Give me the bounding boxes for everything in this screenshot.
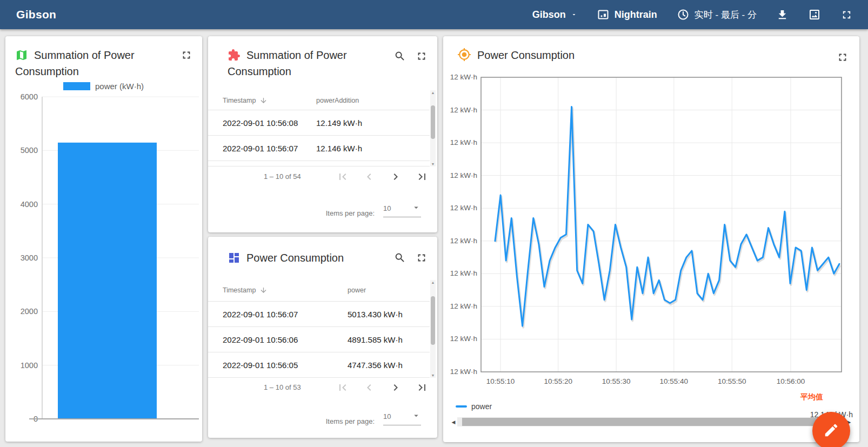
entity-select[interactable]: Gibson	[532, 9, 577, 21]
dashboard-tiles-icon	[228, 251, 241, 264]
bar-chart[interactable]: 0100020003000400050006000	[5, 36, 202, 442]
prev-page-button[interactable]	[363, 381, 376, 394]
table-header-row: Timestamp power	[208, 280, 430, 300]
fullscreen-icon	[840, 9, 853, 21]
widget-fullscreen-button[interactable]	[416, 252, 428, 264]
table-row[interactable]: 2022-09-01 10:56:07 12.146 kW·h	[208, 136, 430, 161]
chevron-down-icon	[411, 203, 421, 214]
first-page-button[interactable]	[336, 170, 349, 183]
svg-text:10:56:00: 10:56:00	[777, 377, 805, 385]
svg-text:12 kW·h: 12 kW·h	[450, 138, 477, 146]
svg-text:10:55:20: 10:55:20	[544, 377, 572, 385]
scrollbar-track[interactable]	[457, 417, 845, 426]
fullscreen-button[interactable]	[840, 9, 853, 21]
column-header-value[interactable]: power	[348, 286, 366, 294]
first-page-button[interactable]	[336, 381, 349, 394]
clock-icon	[677, 8, 690, 21]
cell-value: 12.149 kW·h	[316, 118, 362, 128]
cell-value: 5013.430 kW·h	[348, 310, 403, 319]
scroll-left-icon[interactable]: ◀	[450, 419, 457, 425]
items-per-page-select[interactable]: 10	[383, 411, 421, 425]
svg-text:2000: 2000	[21, 307, 38, 316]
dashboards-icon	[597, 8, 610, 21]
table-row[interactable]: 2022-09-01 10:56:08 12.149 kW·h	[208, 110, 430, 136]
table-scrollbar[interactable]: ▲ ▼	[430, 90, 436, 166]
scrollbar-thumb[interactable]	[431, 296, 435, 345]
svg-text:10:55:30: 10:55:30	[602, 377, 631, 385]
cell-timestamp: 2022-09-01 10:56:06	[223, 335, 298, 344]
svg-text:5000: 5000	[21, 146, 38, 155]
table-row[interactable]: 2022-09-01 10:56:05 4747.356 kW·h	[208, 352, 430, 378]
svg-text:12 kW·h: 12 kW·h	[450, 106, 477, 114]
widget-fullscreen-button[interactable]	[416, 50, 428, 62]
svg-text:12 kW·h: 12 kW·h	[450, 237, 477, 245]
chevron-down-icon	[411, 411, 421, 422]
svg-text:12 kW·h: 12 kW·h	[450, 73, 477, 81]
entity-select-label: Gibson	[532, 9, 566, 21]
line-chart[interactable]: 12 kW·h12 kW·h12 kW·h12 kW·h12 kW·h12 kW…	[443, 36, 859, 442]
scroll-down-icon[interactable]: ▼	[430, 162, 436, 166]
screenshot-button[interactable]	[808, 8, 821, 21]
svg-text:10:55:50: 10:55:50	[718, 377, 746, 385]
next-page-button[interactable]	[389, 170, 402, 183]
last-page-button[interactable]	[416, 381, 429, 394]
column-header-value[interactable]: powerAddition	[316, 97, 359, 104]
table-widget-power: Power Consumption Timestamp power 2022-0…	[208, 237, 437, 438]
svg-text:6000: 6000	[21, 92, 38, 101]
scroll-up-icon[interactable]: ▲	[430, 281, 436, 284]
scroll-up-icon[interactable]: ▲	[430, 91, 436, 95]
clipped-row-divider	[208, 166, 430, 166]
cell-value: 4891.585 kW·h	[348, 335, 403, 344]
scroll-down-icon[interactable]: ▼	[430, 373, 436, 377]
scrollbar-thumb[interactable]	[462, 418, 830, 426]
svg-text:3000: 3000	[21, 253, 38, 262]
prev-page-button[interactable]	[363, 170, 376, 183]
cell-value: 12.146 kW·h	[316, 144, 362, 153]
svg-text:12 kW·h: 12 kW·h	[450, 171, 477, 179]
search-icon	[394, 252, 406, 264]
sort-desc-icon	[259, 286, 268, 294]
timewindow-button[interactable]: 实时 - 最后 - 分	[677, 8, 757, 21]
top-navbar: Gibson Gibson Nightrain	[0, 0, 868, 29]
column-header-timestamp[interactable]: Timestamp	[223, 286, 268, 294]
table-scrollbar[interactable]: ▲ ▼	[430, 280, 436, 378]
cell-timestamp: 2022-09-01 10:56:07	[223, 310, 298, 319]
export-button[interactable]	[776, 9, 789, 21]
line-chart-widget: Power Consumption 12 kW·h12 kW·h12 kW·h1…	[443, 36, 859, 442]
svg-text:12 kW·h: 12 kW·h	[450, 269, 477, 277]
svg-text:12 kW·h: 12 kW·h	[450, 302, 477, 310]
search-icon	[394, 50, 406, 62]
table-search-button[interactable]	[394, 252, 406, 264]
download-icon	[776, 9, 789, 21]
timewindow-label: 实时 - 最后 - 分	[695, 9, 757, 21]
scrollbar-thumb[interactable]	[431, 105, 435, 139]
table-widget-summation: Summation of Power Consumption Timestamp…	[208, 36, 437, 232]
table-row[interactable]: 2022-09-01 10:56:06 4891.585 kW·h	[208, 327, 430, 352]
dashboard-select[interactable]: Nightrain	[597, 8, 657, 21]
image-icon	[808, 8, 821, 21]
bar-chart-widget: Summation of Power Consumption power (kW…	[5, 36, 202, 442]
next-page-button[interactable]	[389, 381, 402, 394]
table-header-row: Timestamp powerAddition	[208, 90, 430, 110]
fullscreen-icon	[416, 252, 428, 264]
average-column-header: 平均值	[800, 392, 823, 402]
svg-text:12 kW·h: 12 kW·h	[450, 204, 477, 212]
items-per-page: Items per page: 10	[326, 411, 421, 425]
svg-text:12 kW·h: 12 kW·h	[450, 368, 477, 376]
table-row[interactable]: 2022-09-01 10:56:07 5013.430 kW·h	[208, 302, 430, 327]
widget-header: Summation of Power Consumption	[228, 47, 383, 79]
items-per-page-label: Items per page:	[326, 209, 375, 217]
cell-timestamp: 2022-09-01 10:56:08	[223, 118, 298, 128]
widget-header: Power Consumption	[228, 250, 383, 266]
pencil-icon	[823, 422, 839, 440]
cell-value: 4747.356 kW·h	[348, 361, 403, 370]
table-search-button[interactable]	[394, 50, 406, 62]
items-per-page-select[interactable]: 10	[383, 203, 421, 217]
last-page-button[interactable]	[416, 170, 429, 183]
edit-dashboard-fab[interactable]	[812, 412, 850, 447]
items-per-page: Items per page: 10	[326, 203, 421, 217]
column-header-timestamp[interactable]: Timestamp	[223, 96, 268, 104]
chart-horizontal-scrollbar[interactable]: ◀ ▶	[450, 417, 853, 426]
svg-text:1000: 1000	[21, 361, 38, 370]
svg-text:12 kW·h: 12 kW·h	[450, 335, 477, 343]
